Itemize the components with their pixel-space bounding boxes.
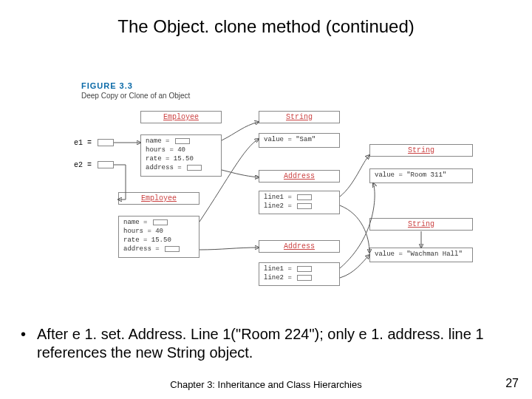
string-generic-head-box: String [369,218,473,231]
employee-head: Employee [141,112,221,123]
string-sam-body-box: value = "Sam" [259,133,340,148]
address-box-2: Address [259,240,340,253]
employee-head-2: Employee [119,193,199,204]
employee-fields-2: name = hours = 40 rate = 15.50 address = [119,216,199,257]
var-e2-slot [98,161,114,168]
employee-body-1: name = hours = 40 rate = 15.50 address = [140,134,222,177]
slide-title: The Object. clone method (continued) [0,16,532,37]
bullet-dot-icon: • [21,325,26,344]
employee-fields-1: name = hours = 40 rate = 15.50 address = [141,135,221,176]
string-room311-head: String [370,145,472,156]
address-body-2: line1 = line2 = [259,262,340,286]
employee-body-2: name = hours = 40 rate = 15.50 address = [118,216,200,258]
string-sam-head-box: String [259,111,340,123]
var-e2-label: e2 = [74,161,92,169]
page-number: 27 [505,377,519,390]
string-room311-head-box: String [369,144,473,157]
string-wachman-box: value = "Wachman Hall" [369,248,473,262]
var-e1-label: e1 = [74,139,92,147]
footer-text: Chapter 3: Inheritance and Class Hierarc… [0,379,532,390]
string-sam-head: String [259,112,339,123]
string-room311-body: value = "Room 311" [370,169,472,183]
string-room311-body-box: value = "Room 311" [369,168,473,183]
uml-diagram: FIGURE 3.3 Deep Copy or Clone of an Obje… [81,89,495,310]
employee-box-1: Employee [140,111,222,123]
var-e1-slot [98,139,114,146]
string-wachman-body: value = "Wachman Hall" [370,248,472,262]
string-sam-body: value = "Sam" [259,134,339,147]
string-generic-head: String [370,219,472,230]
address-fields-2: line1 = line2 = [259,263,339,285]
figure-label: FIGURE 3.3 [81,81,133,90]
address-head-1: Address [259,171,339,182]
figure-caption: Deep Copy or Clone of an Object [81,92,190,100]
bullet-text: • After e 1. set. Address. Line 1("Room … [37,325,495,362]
bullet-content: After e 1. set. Address. Line 1("Room 22… [37,326,484,361]
employee-box-2: Employee [118,192,200,205]
address-fields-1: line1 = line2 = [259,191,339,214]
address-body-1: line1 = line2 = [259,191,340,214]
address-head-2: Address [259,241,339,252]
address-box-1: Address [259,170,340,183]
